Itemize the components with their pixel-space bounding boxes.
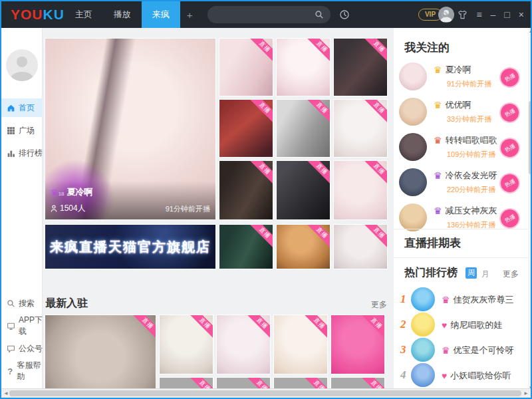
streamer-avatar[interactable] — [411, 287, 435, 311]
featured-viewer-count: 1504人 — [51, 203, 86, 214]
close-button[interactable]: × — [519, 9, 524, 20]
history-clock-icon[interactable] — [339, 9, 350, 20]
sidebar-item-plaza[interactable]: 广场 — [1, 121, 43, 140]
ranking-item[interactable]: 4 ♥小妖唱歌给你听 — [399, 363, 523, 387]
sidebar-item-label: 广场 — [19, 125, 35, 136]
ranking-item[interactable]: 3 ♛优宝是个可怜呀 — [399, 338, 523, 362]
schedule-title[interactable]: 直播排期表 — [404, 235, 461, 251]
stream-thumbnail[interactable]: 直播 — [219, 225, 273, 269]
followed-item[interactable]: ♛转转唱歌唱歌 109分钟前开播 热播 — [399, 132, 523, 165]
sidebar-item-search[interactable]: 搜索 — [1, 294, 43, 313]
search-box[interactable] — [207, 6, 331, 23]
newcomer-thumbnail[interactable]: 直播 — [160, 315, 213, 374]
sidebar-item-home[interactable]: 首页 — [1, 98, 43, 117]
followed-item[interactable]: ♛优优啊 33分钟前开播 热播 — [399, 96, 523, 130]
banner-text: 来疯直播天猫官方旗舰店 — [45, 238, 215, 256]
horizontal-scrollbar-thumb[interactable] — [9, 390, 521, 396]
refresh-icon[interactable]: ⟳ — [442, 9, 450, 20]
maximize-button[interactable]: □ — [504, 9, 509, 20]
stream-thumbnail[interactable]: 直播 — [277, 225, 330, 269]
streamer-avatar[interactable] — [399, 203, 427, 231]
horizontal-scrollbar[interactable]: ◄ ► — [1, 388, 531, 398]
stream-thumbnail[interactable]: 直播 — [334, 100, 387, 157]
sidebar-item-ranking[interactable]: 排行榜 — [1, 144, 43, 162]
newcomer-thumbnail-large[interactable]: 直播 — [45, 315, 156, 391]
ranking-more-link[interactable]: 更多 — [503, 269, 519, 280]
stream-thumbnail[interactable]: 直播 — [334, 161, 387, 219]
scroll-up-icon[interactable]: ▲ — [528, 29, 532, 33]
tab-player[interactable]: 播放 — [103, 1, 142, 28]
live-ribbon: 直播 — [302, 315, 327, 340]
rank-number: 1 — [400, 293, 406, 306]
streamer-avatar[interactable] — [411, 338, 435, 362]
section-title-newcomers: 最新入驻 — [45, 297, 88, 311]
sidebar-item-official-account[interactable]: 公众号 — [1, 339, 43, 358]
crown-icon: ♛ — [434, 65, 442, 74]
hot-seal-badge: 热播 — [501, 174, 519, 192]
vertical-scrollbar[interactable]: ▲ ▼ — [528, 28, 532, 391]
sidebar-item-label: 公众号 — [19, 343, 43, 354]
crown-icon: ♛ — [434, 206, 442, 215]
stream-thumbnail[interactable]: 直播 — [277, 161, 330, 219]
stream-thumbnail[interactable]: 直播 — [277, 39, 330, 96]
newcomer-thumbnail[interactable]: 直播 — [274, 315, 327, 374]
ranking-item[interactable]: 1 ♛佳贺灰灰帝尊三 — [399, 287, 523, 311]
newcomer-thumbnail[interactable]: 直播 — [331, 315, 384, 374]
hot-seal-badge: 热播 — [501, 104, 519, 122]
streamer-avatar[interactable] — [399, 168, 427, 196]
new-tab-button[interactable]: + — [180, 9, 200, 21]
streamer-avatar[interactable] — [399, 133, 427, 161]
stream-thumbnail[interactable]: 直播 — [277, 100, 330, 157]
grid-icon — [7, 126, 15, 135]
newcomers-more-link[interactable]: 更多 — [371, 299, 387, 311]
chat-bubble-icon — [7, 344, 15, 353]
stream-thumbnail[interactable]: 直播 — [219, 39, 273, 96]
promo-banner[interactable]: 来疯直播天猫官方旗舰店 — [45, 225, 215, 269]
stream-thumbnail[interactable]: 直播 — [219, 100, 273, 157]
youku-logo: YOUKU — [11, 7, 65, 23]
logo-ku: KU — [43, 7, 65, 22]
live-ribbon: 直播 — [247, 161, 273, 186]
scroll-right-icon[interactable]: ► — [523, 390, 529, 398]
streamer-avatar[interactable] — [399, 63, 427, 90]
bar-chart-icon — [7, 149, 15, 158]
featured-stream[interactable]: ♛18 夏冷啊 1504人 91分钟前开播 — [45, 39, 215, 219]
vertical-scrollbar-thumb[interactable] — [529, 101, 532, 174]
sidebar-item-help[interactable]: ? 客服帮助 — [1, 362, 43, 380]
live-ribbon: 直播 — [305, 161, 330, 186]
sidebar-item-app-download[interactable]: APP下载 — [1, 317, 43, 335]
ranking-month-toggle[interactable]: 月 — [481, 269, 489, 280]
window-controls: ⟳ ≡ – □ × — [442, 1, 524, 28]
tab-laifeng[interactable]: 来疯 — [142, 1, 180, 28]
crown-icon: ♛ — [442, 295, 450, 305]
streamer-name: 夏冷啊 — [446, 64, 471, 76]
tab-home[interactable]: 主页 — [65, 1, 103, 28]
ranking-week-toggle[interactable]: 周 — [466, 267, 477, 279]
streamer-name: 冷依会发光呀 — [446, 170, 497, 182]
streamer-avatar[interactable] — [399, 98, 427, 126]
app-window: YOUKU 主页 播放 来疯 + VIP ⟳ ≡ – □ × — [0, 0, 532, 399]
streamer-avatar[interactable] — [411, 363, 435, 387]
search-input[interactable] — [215, 10, 315, 19]
stream-start-time: 33分钟前开播 — [447, 114, 491, 124]
minimize-button[interactable]: – — [491, 9, 496, 20]
followed-item[interactable]: ♛减压女神灰灰 136分钟前开播 热播 — [399, 202, 523, 235]
stream-thumbnail[interactable]: 直播 — [334, 39, 387, 96]
followed-item[interactable]: ♛冷依会发光呀 220分钟前开播 热播 — [399, 167, 523, 200]
skin-icon[interactable] — [458, 10, 467, 19]
stream-thumbnail[interactable]: 直播 — [219, 161, 273, 219]
sidebar: 首页 广场 排行榜 搜索 APP下载 公众号 ? 客服帮助 — [1, 28, 43, 391]
live-ribbon: 直播 — [305, 225, 330, 250]
followed-item[interactable]: ♛夏冷啊 91分钟前开播 热播 — [399, 61, 523, 94]
featured-overlay: ♛18 夏冷啊 1504人 91分钟前开播 — [45, 181, 215, 219]
profile-avatar[interactable] — [6, 49, 38, 81]
search-icon[interactable] — [315, 10, 324, 19]
live-ribbon: 直播 — [305, 39, 330, 64]
streamer-name: 小妖唱歌给你听 — [450, 370, 511, 382]
stream-thumbnail[interactable]: 直播 — [334, 225, 387, 269]
menu-icon[interactable]: ≡ — [476, 9, 481, 20]
ranking-item[interactable]: 2 ♥纳尼唱歌的娃 — [399, 313, 523, 336]
newcomer-thumbnail[interactable]: 直播 — [217, 315, 270, 374]
streamer-avatar[interactable] — [411, 313, 435, 336]
scroll-left-icon[interactable]: ◄ — [3, 390, 9, 398]
